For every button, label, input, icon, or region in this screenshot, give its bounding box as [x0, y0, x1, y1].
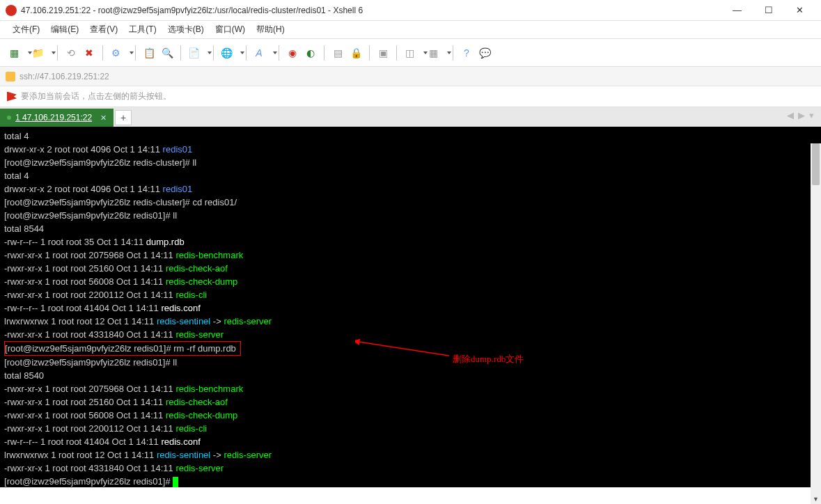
toolbar-separator — [213, 45, 214, 61]
toolbar-separator — [324, 45, 325, 61]
app-icon — [6, 5, 17, 16]
toolbar-separator — [453, 45, 453, 61]
maximize-button[interactable]: ☐ — [753, 1, 784, 20]
session-button[interactable]: ▤ — [330, 45, 345, 61]
address-bar[interactable]: ssh://47.106.219.251:22 — [0, 67, 821, 86]
chat-icon[interactable]: 💬 — [477, 45, 492, 61]
minimize-button[interactable]: — — [721, 1, 753, 20]
toolbar: ▦ 📁 ⟲ ✖ ⚙ 📋 🔍 📄 🌐 A ◉ ◐ ▤ 🔒 ▣ ◫ ▦ ? 💬 — [0, 39, 821, 67]
open-folder-button[interactable]: 📁 — [31, 45, 52, 61]
toolbar-separator — [369, 45, 370, 61]
flag-icon — [7, 92, 17, 102]
scrollbar[interactable]: ▲ ▼ — [811, 143, 821, 504]
address-url: ssh://47.106.219.251:22 — [19, 72, 109, 81]
help-icon[interactable]: ? — [459, 45, 474, 61]
menu-file[interactable]: 文件(F) — [7, 24, 45, 36]
reconnect-button[interactable]: ⟲ — [63, 45, 79, 61]
globe-button[interactable]: 🌐 — [219, 45, 240, 61]
lock-button[interactable]: 🔒 — [348, 45, 363, 61]
tab-prev-icon[interactable]: ◀ — [785, 110, 795, 120]
menubar: 文件(F) 编辑(E) 查看(V) 工具(T) 选项卡(B) 窗口(W) 帮助(… — [0, 21, 821, 39]
menu-help[interactable]: 帮助(H) — [251, 24, 290, 36]
scroll-down-icon[interactable]: ▼ — [811, 494, 821, 504]
toolbar-separator — [135, 45, 136, 61]
menu-tools[interactable]: 工具(T) — [123, 24, 162, 36]
menu-tabs[interactable]: 选项卡(B) — [162, 24, 210, 36]
copy-button[interactable]: 📋 — [141, 45, 157, 61]
close-tab-icon[interactable]: ✕ — [100, 113, 107, 123]
hint-text: 要添加当前会话，点击左侧的箭头按钮。 — [21, 90, 171, 102]
paste-button[interactable]: 📄 — [187, 45, 208, 61]
add-tab-button[interactable]: + — [115, 110, 132, 125]
close-button[interactable]: ✕ — [784, 1, 815, 20]
annotation-arrow — [355, 338, 453, 359]
xagent-button[interactable]: ◉ — [285, 45, 300, 61]
screen-button[interactable]: ▣ — [375, 45, 391, 61]
toolbar-separator — [102, 45, 103, 61]
tab-label: 1 47.106.219.251:22 — [15, 113, 92, 123]
status-dot-icon — [7, 116, 11, 120]
tab-bar: 1 47.106.219.251:22 ✕ + ◀ ▶ ▾ — [0, 107, 821, 127]
annotation-label: 删除dump.rdb文件 — [453, 352, 524, 365]
properties-button[interactable]: ⚙ — [109, 45, 130, 61]
hint-bar: 要添加当前会话，点击左侧的箭头按钮。 — [0, 86, 821, 107]
tab-next-icon[interactable]: ▶ — [797, 110, 806, 120]
xftp-button[interactable]: ◐ — [303, 45, 318, 61]
terminal[interactable]: total 4drwxr-xr-x 2 root root 4096 Oct 1… — [0, 127, 821, 487]
layout-button[interactable]: ◫ — [402, 45, 423, 61]
disconnect-button[interactable]: ✖ — [81, 45, 97, 61]
new-session-button[interactable]: ▦ — [7, 45, 28, 61]
toolbar-separator — [396, 45, 397, 61]
toolbar-separator — [279, 45, 279, 61]
lock-icon — [6, 72, 15, 81]
toolbar-separator — [57, 45, 58, 61]
session-tab[interactable]: 1 47.106.219.251:22 ✕ — [0, 109, 114, 127]
menu-edit[interactable]: 编辑(E) — [45, 24, 84, 36]
menu-view[interactable]: 查看(V) — [84, 24, 123, 36]
svg-line-0 — [359, 342, 449, 356]
window-title: 47.106.219.251:22 - root@izwz9ef5sjam9pv… — [21, 6, 721, 15]
toolbar-separator — [180, 45, 181, 61]
toolbar-separator — [246, 45, 247, 61]
find-button[interactable]: 🔍 — [159, 45, 175, 61]
font-button[interactable]: A — [252, 45, 273, 61]
grid-button[interactable]: ▦ — [426, 45, 447, 61]
menu-window[interactable]: 窗口(W) — [210, 24, 251, 36]
scroll-thumb[interactable] — [812, 143, 820, 185]
titlebar: 47.106.219.251:22 - root@izwz9ef5sjam9pv… — [0, 0, 821, 21]
tab-menu-icon[interactable]: ▾ — [808, 110, 815, 120]
